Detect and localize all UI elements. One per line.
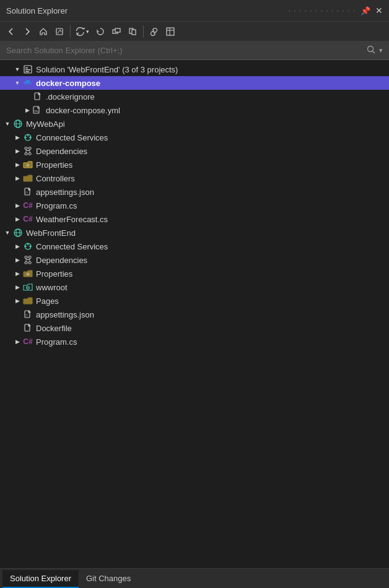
svg-rect-51 — [25, 262, 27, 264]
tree-item-mywebapi-appsettings[interactable]: {} appsettings.json — [0, 185, 389, 199]
tree-item-webfrontend-connected[interactable]: Connected Services — [0, 240, 389, 253]
tree-item-webfrontend-deps[interactable]: Dependencies — [0, 253, 389, 267]
svg-point-46 — [25, 246, 27, 248]
appsettings2-expander — [12, 309, 22, 319]
svg-rect-29 — [25, 147, 27, 149]
dockerfile-label: Dockerfile — [36, 324, 72, 333]
mywebapi-expander[interactable] — [2, 119, 12, 129]
tree-item-mywebapi-weatherforecast[interactable]: C# WeatherForecast.cs — [0, 212, 389, 226]
mywebapi-connected-expander[interactable] — [12, 132, 22, 142]
svg-text:YML: YML — [34, 110, 39, 113]
tab-git-changes[interactable]: Git Changes — [79, 570, 138, 588]
tree-item-webfrontend-appsettings[interactable]: {} appsettings.json — [0, 308, 389, 321]
mywebapi-props-label: Properties — [36, 160, 72, 170]
svg-point-28 — [30, 137, 32, 139]
dockerignore-expander — [22, 92, 32, 102]
sync-dropdown[interactable]: ▾ — [74, 25, 92, 38]
tree-item-mywebapi-program[interactable]: C# Program.cs — [0, 199, 389, 212]
mywebapi-program-expander[interactable] — [12, 201, 22, 210]
forward-button[interactable] — [20, 25, 35, 38]
svg-rect-31 — [25, 153, 27, 155]
tree-item-mywebapi-deps[interactable]: Dependencies — [0, 144, 389, 158]
webfrontend-deps-label: Dependencies — [36, 256, 87, 265]
appsettings-json-icon: {} — [22, 187, 33, 197]
tree-item-docker-compose-yml[interactable]: YML docker-compose.yml — [0, 103, 389, 117]
wrench-button[interactable] — [147, 25, 162, 38]
tree-item-webfrontend-dockerfile[interactable]: Dockerfile — [0, 321, 389, 335]
toolbar-sep-1 — [70, 25, 71, 38]
connected-services-icon — [22, 132, 33, 142]
tree-item-webfrontend-program[interactable]: C# Program.cs — [0, 335, 389, 348]
svg-rect-2 — [115, 28, 120, 32]
yml-expander[interactable] — [22, 105, 32, 115]
toolbar: ▾ — [0, 22, 389, 41]
webfrontend-connected-expander[interactable] — [12, 241, 22, 251]
tab-solution-explorer[interactable]: Solution Explorer — [2, 570, 79, 588]
collapse-button[interactable] — [109, 25, 124, 38]
search-bar: ▾ — [0, 41, 389, 60]
tree-item-webfrontend-props[interactable]: Properties — [0, 267, 389, 280]
mywebapi-props-expander[interactable] — [12, 160, 22, 170]
tree-item-solution[interactable]: Solution 'WebFrontEnd' (3 of 3 projects) — [0, 63, 389, 76]
search-dropdown-arrow[interactable]: ▾ — [379, 46, 383, 54]
solution-expander[interactable] — [12, 64, 22, 74]
svg-text:{}: {} — [25, 314, 28, 316]
back-button[interactable] — [4, 25, 19, 38]
webfrontend-icon — [12, 228, 24, 238]
tree-item-mywebapi[interactable]: MyWebApi — [0, 117, 389, 131]
yml-label: docker-compose.yml — [46, 106, 120, 115]
wwwroot-expander[interactable] — [12, 282, 22, 292]
svg-rect-15 — [26, 82, 28, 83]
webfrontend-expander[interactable] — [2, 228, 12, 238]
webfrontend-deps-expander[interactable] — [12, 255, 22, 265]
search-input[interactable] — [6, 46, 363, 55]
mywebapi-connected-label: Connected Services — [36, 133, 108, 142]
mywebapi-weatherforecast-expander[interactable] — [12, 214, 22, 224]
appsettings2-json-icon: {} — [22, 309, 33, 319]
svg-text:{}: {} — [25, 191, 28, 194]
webfrontend-props-expander[interactable] — [12, 269, 22, 279]
tree-container[interactable]: Solution 'WebFrontEnd' (3 of 3 projects)… — [0, 60, 389, 568]
pages-button[interactable] — [125, 25, 140, 38]
svg-rect-12 — [25, 69, 30, 71]
pages-folder-icon — [22, 296, 33, 306]
webfrontend-appsettings-label: appsettings.json — [36, 310, 94, 319]
tree-item-webfrontend-pages[interactable]: Pages — [0, 294, 389, 308]
svg-rect-19 — [35, 93, 40, 100]
preview-button[interactable] — [163, 25, 178, 38]
svg-point-47 — [27, 243, 29, 245]
svg-rect-50 — [28, 256, 31, 258]
pin-icon[interactable]: 📌 — [361, 6, 370, 15]
svg-rect-14 — [24, 82, 26, 83]
mywebapi-label: MyWebApi — [26, 119, 65, 129]
dependencies-icon — [22, 146, 33, 156]
close-icon[interactable]: ✕ — [375, 6, 383, 15]
wwwroot-label: wwwroot — [36, 283, 68, 292]
svg-rect-11 — [25, 67, 28, 69]
mywebapi-controllers-expander[interactable] — [12, 173, 22, 183]
docker-compose-expander[interactable] — [12, 78, 22, 88]
tree-item-mywebapi-controllers[interactable]: Controllers — [0, 171, 389, 185]
tree-item-dockerignore[interactable]: .dockerignore — [0, 90, 389, 103]
title-bar-right: · · · · · · · · · · · · · 📌 ✕ — [289, 6, 383, 15]
yml-icon: YML — [32, 105, 43, 115]
tree-item-webfrontend-wwwroot[interactable]: wwwroot — [0, 280, 389, 294]
tree-item-docker-compose[interactable]: docker-compose — [0, 76, 389, 90]
tree-item-mywebapi-props[interactable]: Properties — [0, 158, 389, 171]
csharp-icon-1: C# — [22, 201, 33, 210]
pages-expander[interactable] — [12, 296, 22, 306]
title-bar-left: Solution Explorer — [6, 6, 68, 15]
dockerfile-expander — [12, 323, 22, 333]
home-button[interactable] — [36, 25, 51, 38]
svg-rect-4 — [132, 30, 136, 35]
controllers-folder-icon — [22, 173, 33, 183]
webfrontend-label: WebFrontEnd — [26, 228, 76, 238]
tree-item-webfrontend[interactable]: WebFrontEnd — [0, 226, 389, 240]
vs-button[interactable] — [52, 25, 67, 38]
refresh-button[interactable] — [93, 25, 108, 38]
webfrontend-props-label: Properties — [36, 269, 72, 279]
properties-folder-icon — [22, 160, 33, 170]
tree-item-mywebapi-connected[interactable]: Connected Services — [0, 131, 389, 144]
mywebapi-deps-expander[interactable] — [12, 146, 22, 156]
webfrontend-program-expander[interactable] — [12, 337, 22, 347]
